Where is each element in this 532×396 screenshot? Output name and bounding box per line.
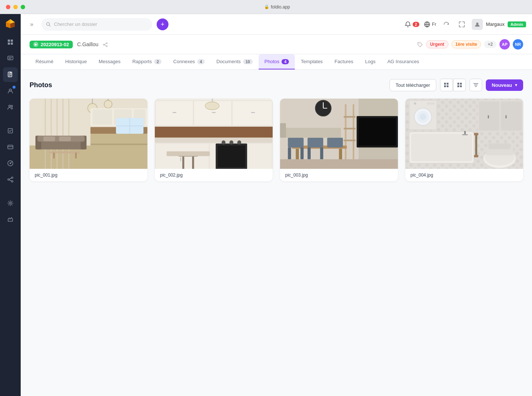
sidebar-item-share[interactable]: [3, 172, 18, 187]
svg-rect-5: [11, 40, 13, 42]
sidebar-item-tasks[interactable]: [3, 123, 18, 138]
tab-historique[interactable]: Historique: [59, 54, 93, 69]
view-toggle: [440, 79, 466, 91]
svg-point-143: [414, 102, 416, 105]
sidebar-item-settings[interactable]: [3, 196, 18, 211]
filter-button[interactable]: [470, 79, 482, 91]
sidebar-item-users[interactable]: [3, 100, 18, 115]
topbar-right: 2 Fr: [405, 19, 526, 30]
svg-rect-31: [444, 85, 446, 87]
search-box[interactable]: Chercher un dossier: [41, 18, 152, 31]
minimize-button[interactable]: [13, 5, 18, 9]
photo-card-1[interactable]: pic_001.jpg: [30, 99, 147, 181]
svg-point-13: [11, 105, 13, 107]
dossier-id-badge: ▶ 20220913-02: [30, 41, 73, 48]
play-icon: ▶: [33, 42, 38, 47]
admin-badge: Admin: [508, 21, 526, 27]
tag-button[interactable]: [417, 41, 423, 48]
avatar-nr: NR: [513, 39, 523, 50]
sidebar-item-contacts[interactable]: [3, 83, 18, 98]
sidebar-item-documents[interactable]: [3, 67, 18, 82]
photo-card-4[interactable]: pic_004.jpg: [405, 99, 523, 181]
svg-rect-35: [457, 85, 459, 87]
app-logo[interactable]: [4, 18, 16, 30]
photo-name-1: pic_001.jpg: [30, 169, 147, 181]
list-view-button[interactable]: [453, 79, 466, 91]
svg-rect-128: [479, 102, 499, 131]
maximize-button[interactable]: [21, 5, 25, 9]
user-name: Margaux: [486, 21, 505, 27]
sidebar-item-reports[interactable]: [3, 212, 18, 227]
filter-icon: [473, 82, 478, 88]
svg-rect-113: [307, 147, 311, 159]
add-button[interactable]: +: [157, 18, 168, 30]
tab-templates[interactable]: Templates: [295, 54, 328, 69]
svg-rect-109: [307, 138, 323, 148]
notifications-button[interactable]: 2: [405, 21, 419, 28]
svg-rect-72: [173, 112, 177, 113]
tabs: Résumé Historique Messages Rapports 2 Co…: [21, 54, 532, 70]
download-all-button[interactable]: Tout télécharger: [389, 79, 436, 91]
tab-resume[interactable]: Résumé: [30, 54, 59, 69]
svg-point-19: [8, 179, 9, 180]
svg-rect-115: [280, 128, 341, 138]
sidebar-item-dashboard[interactable]: [3, 35, 18, 50]
svg-rect-108: [288, 138, 304, 148]
refresh-button[interactable]: [441, 19, 452, 30]
sidebar-item-analytics[interactable]: [3, 156, 18, 171]
fullscreen-button[interactable]: [456, 19, 467, 30]
tab-rapports-count: 2: [154, 59, 161, 64]
svg-point-86: [237, 140, 241, 144]
svg-rect-96: [359, 118, 396, 145]
tab-photos-count: 4: [282, 59, 289, 64]
window-chrome: 🔒 foldio.app: [0, 0, 532, 14]
svg-rect-48: [43, 136, 55, 141]
dossier-header: ▶ 20220913-02 C.Gaillou: [21, 35, 532, 54]
tab-ag[interactable]: AG Insurances: [381, 54, 425, 69]
tab-connexes[interactable]: Connexes 4: [167, 54, 211, 69]
sidebar-item-billing[interactable]: [3, 140, 18, 154]
svg-rect-100: [345, 104, 346, 169]
photo-card-2[interactable]: pic_002.jpg: [155, 99, 273, 181]
tab-rapports[interactable]: Rapports 2: [126, 54, 167, 69]
tab-connexes-count: 4: [197, 59, 205, 64]
tab-messages[interactable]: Messages: [93, 54, 126, 69]
content-panel: ▶ 20220913-02 C.Gaillou: [21, 35, 532, 396]
tab-documents[interactable]: Documents 10: [211, 54, 259, 69]
tab-documents-count: 10: [243, 59, 253, 64]
fullscreen-icon: [458, 21, 465, 28]
svg-rect-33: [457, 83, 459, 85]
dossier-header-right: Urgent 1ère visite +2 AP NR: [417, 39, 523, 50]
svg-rect-4: [8, 40, 10, 42]
photo-card-3[interactable]: pic_003.jpg: [280, 99, 398, 181]
tag-visite: 1ère visite: [451, 40, 481, 48]
avatar-ap: AP: [499, 39, 510, 50]
nouveau-button[interactable]: Nouveau ▾: [486, 79, 523, 91]
main-content: » Chercher un dossier + 2: [21, 14, 532, 396]
close-button[interactable]: [6, 5, 10, 9]
tab-photos[interactable]: Photos 4: [259, 54, 295, 69]
svg-rect-124: [411, 134, 472, 161]
sidebar-item-messages[interactable]: [3, 51, 18, 66]
svg-rect-8: [8, 56, 13, 60]
photos-section: Photos Tout télécharger: [21, 70, 532, 396]
share-icon[interactable]: [103, 41, 108, 47]
tab-logs[interactable]: Logs: [359, 54, 381, 69]
svg-rect-34: [460, 83, 462, 85]
tag-more[interactable]: +2: [484, 41, 497, 48]
collapse-sidebar-button[interactable]: »: [27, 19, 37, 30]
language-button[interactable]: Fr: [424, 21, 436, 28]
svg-rect-69: [156, 101, 193, 125]
svg-point-28: [419, 43, 419, 44]
tab-factures[interactable]: Factures: [329, 54, 359, 69]
svg-rect-131: [505, 115, 507, 119]
svg-point-12: [9, 105, 11, 107]
url-text: foldio.app: [271, 4, 290, 10]
svg-rect-90: [167, 151, 210, 156]
svg-rect-52: [75, 153, 76, 158]
grid-view-button[interactable]: [440, 79, 453, 91]
photos-title: Photos: [30, 81, 52, 89]
sidebar: [0, 0, 21, 396]
svg-rect-135: [488, 144, 510, 149]
svg-point-55: [104, 100, 112, 108]
